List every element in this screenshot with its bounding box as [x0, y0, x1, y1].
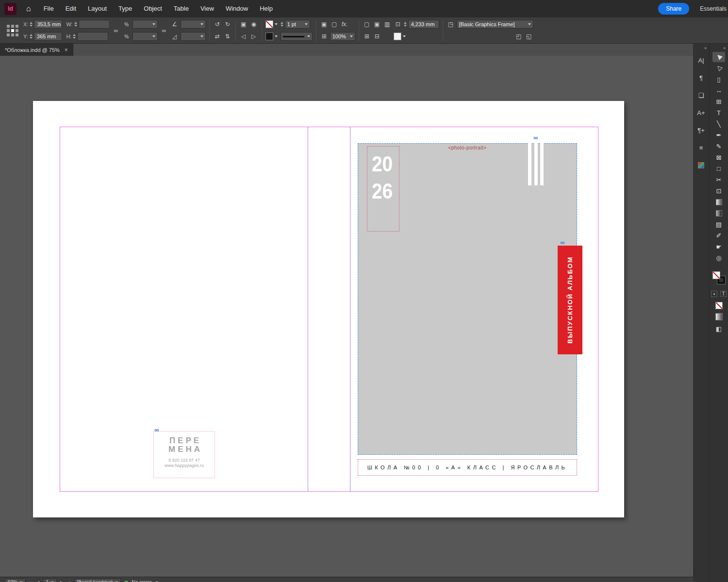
decorative-stripes[interactable]	[528, 139, 544, 185]
expand-toolbar-icon[interactable]: »	[723, 44, 728, 51]
scale-y-combo[interactable]	[132, 32, 158, 41]
zoom-tool[interactable]: ◎	[712, 253, 725, 263]
h-stepper[interactable]	[73, 34, 76, 39]
corner-radius-stepper[interactable]	[404, 22, 407, 27]
selection-tool[interactable]: ▶	[712, 52, 725, 62]
first-page-button[interactable]: ⇤	[29, 580, 33, 582]
scale-x-combo[interactable]	[132, 20, 158, 29]
rotate-ccw-button[interactable]: ↺	[213, 21, 222, 28]
drop-shadow-button[interactable]: ▣	[320, 21, 329, 28]
w-field[interactable]	[79, 20, 110, 29]
auto-fit-icon[interactable]: ◰	[514, 33, 523, 40]
menu-help[interactable]: Help	[254, 0, 279, 17]
document-tab[interactable]: *Обложка.indd @ 75% ×	[0, 44, 73, 56]
stroke-panel-icon[interactable]: ≡	[695, 142, 708, 153]
fill-swatch[interactable]	[265, 33, 273, 40]
note-tool[interactable]: ▤	[712, 219, 725, 230]
menu-object[interactable]: Object	[138, 0, 168, 17]
fill-frame-proportionally-button[interactable]: ⊞	[363, 33, 371, 40]
flip-horizontal-button[interactable]: ⇄	[213, 33, 222, 40]
character-styles-panel-icon[interactable]: A+	[695, 107, 708, 118]
opacity-combo[interactable]: 100%	[330, 32, 355, 41]
year-text-frame[interactable]: 20 26	[367, 146, 399, 232]
wrap-none-button[interactable]: ▢	[363, 21, 371, 28]
publisher-logo-frame[interactable]: ПЕРЕ МЕНА 8 920 115 87 47 www.happypages…	[153, 431, 215, 478]
next-page-button[interactable]: ▶	[60, 580, 64, 582]
corner-radius-field[interactable]: 4,233 mm	[408, 20, 439, 29]
screen-mode-button[interactable]: ◧	[716, 325, 722, 333]
fill-swatch-arrow[interactable]	[275, 35, 278, 37]
select-previous-object-button[interactable]: ◁	[239, 33, 248, 40]
wrap-object-shape-button[interactable]: ▥	[383, 21, 392, 28]
line-tool[interactable]: ╲	[712, 119, 725, 129]
photo-placeholder-frame[interactable]: <photo-portrait> 20 26 ВЫПУСКНОЙ АЛЬБОМ	[358, 143, 577, 455]
canvas[interactable]: ПЕРЕ МЕНА 8 920 115 87 47 www.happypages…	[0, 56, 693, 577]
constrain-scale-icon[interactable]: ∞	[160, 27, 168, 34]
swatches-panel-icon[interactable]	[695, 160, 708, 170]
pencil-tool[interactable]: ✎	[712, 141, 725, 151]
indesign-logo-icon[interactable]: Id	[4, 3, 17, 15]
stroke-weight-stepper[interactable]	[281, 22, 283, 27]
stroke-weight-combo[interactable]: 1 pt	[285, 20, 310, 29]
eyedropper-tool[interactable]: ✐	[712, 231, 725, 241]
formatting-affects-container-button[interactable]: ▪	[711, 291, 717, 297]
paragraph-styles-panel-icon[interactable]: ¶+	[695, 125, 708, 135]
frame-fitting-button[interactable]: ⊞	[320, 33, 329, 40]
fill-stroke-proxy[interactable]	[712, 271, 725, 284]
stroke-swatch-arrow[interactable]	[275, 23, 278, 25]
page-tool[interactable]: ▯	[712, 74, 725, 84]
rectangle-tool[interactable]: □	[712, 164, 725, 174]
object-style-combo[interactable]: [Basic Graphics Frame]	[457, 20, 533, 29]
fill-proxy-none[interactable]	[712, 271, 720, 279]
x-field[interactable]: 353,5 mm	[34, 20, 62, 29]
constrain-dimensions-icon[interactable]: ∞	[112, 27, 120, 34]
preflight-profile-combo[interactable]: [Basic] (working)	[74, 579, 121, 582]
object-style-swatch-arrow[interactable]	[403, 35, 406, 37]
fit-content-proportionally-button[interactable]: ⊟	[373, 33, 381, 40]
pages-panel-icon[interactable]: ❏	[695, 90, 708, 100]
last-page-button[interactable]: ⇥	[67, 580, 71, 582]
home-icon[interactable]: ⌂	[26, 0, 31, 17]
y-stepper[interactable]	[30, 34, 33, 39]
scissors-tool[interactable]: ✂	[712, 175, 725, 185]
wrap-bounding-box-button[interactable]: ▣	[373, 21, 381, 28]
expand-panels-icon[interactable]: »	[704, 44, 709, 51]
menu-edit[interactable]: Edit	[60, 0, 82, 17]
apply-none-button[interactable]	[715, 302, 723, 309]
school-caption-frame[interactable]: ШКОЛА №00 | 0 «А» КЛАСС | ЯРОСЛАВЛЬ	[358, 459, 577, 476]
x-stepper[interactable]	[30, 22, 33, 27]
gap-tool[interactable]: ↔	[712, 85, 725, 96]
rectangle-frame-tool[interactable]: ⊠	[712, 152, 725, 163]
menu-window[interactable]: Window	[220, 0, 254, 17]
w-stepper[interactable]	[74, 22, 77, 27]
apply-gradient-button[interactable]	[715, 313, 723, 320]
gradient-feather-tool[interactable]	[712, 208, 725, 218]
pen-tool[interactable]: ✒	[712, 130, 725, 140]
content-collector-tool[interactable]: ⊞	[712, 97, 725, 107]
workspace-switcher[interactable]: Essentials	[700, 5, 727, 12]
effects-button[interactable]: fx.	[340, 21, 349, 28]
album-title-banner[interactable]: ВЫПУСКНОЙ АЛЬБОМ	[558, 246, 582, 354]
direct-selection-tool[interactable]: ▷	[712, 63, 725, 73]
select-container-button[interactable]: ▣	[239, 21, 248, 28]
rotation-angle-combo[interactable]	[181, 20, 206, 29]
stroke-swatch[interactable]	[265, 20, 273, 28]
menu-type[interactable]: Type	[113, 0, 138, 17]
gradient-tool[interactable]	[712, 197, 725, 207]
menu-file[interactable]: File	[38, 0, 60, 17]
formatting-affects-text-button[interactable]: T	[720, 291, 727, 297]
transparency-button[interactable]: ▢	[330, 21, 339, 28]
select-next-object-button[interactable]: ▷	[249, 33, 258, 40]
paragraph-panel-icon[interactable]: ¶	[695, 72, 708, 83]
fitting-options-icon[interactable]: ◱	[525, 33, 533, 40]
free-transform-tool[interactable]: ⊡	[712, 186, 725, 196]
y-field[interactable]: 365 mm	[34, 32, 62, 41]
character-panel-icon[interactable]: A|	[695, 55, 708, 66]
shear-angle-combo[interactable]	[181, 32, 206, 41]
select-content-button[interactable]: ◉	[249, 21, 258, 28]
menu-view[interactable]: View	[195, 0, 220, 17]
type-tool[interactable]: T	[712, 108, 725, 118]
menu-layout[interactable]: Layout	[82, 0, 113, 17]
reference-point-proxy[interactable]	[7, 25, 18, 36]
menu-table[interactable]: Table	[168, 0, 195, 17]
